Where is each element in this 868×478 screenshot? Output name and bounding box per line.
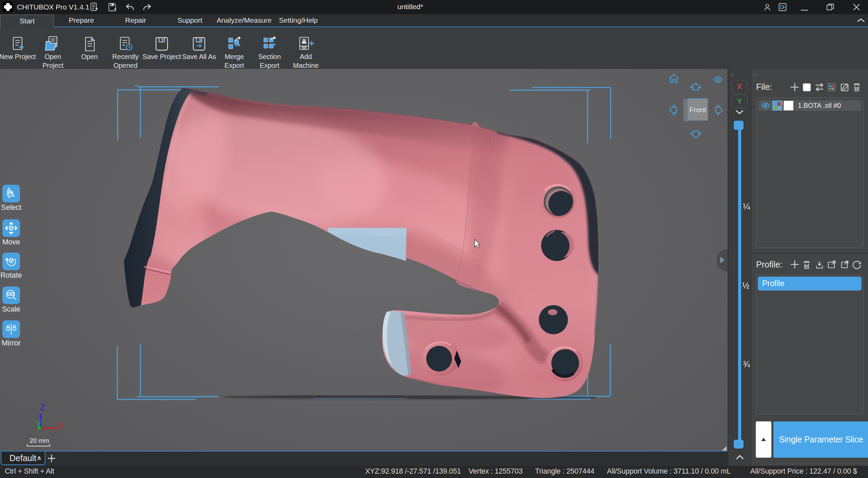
svg-text:Z: Z [40, 402, 45, 412]
svg-text:20 mm: 20 mm [29, 437, 49, 444]
svg-text:Front: Front [689, 106, 706, 114]
svg-text:Y: Y [36, 420, 41, 429]
svg-text:X: X [58, 421, 63, 430]
